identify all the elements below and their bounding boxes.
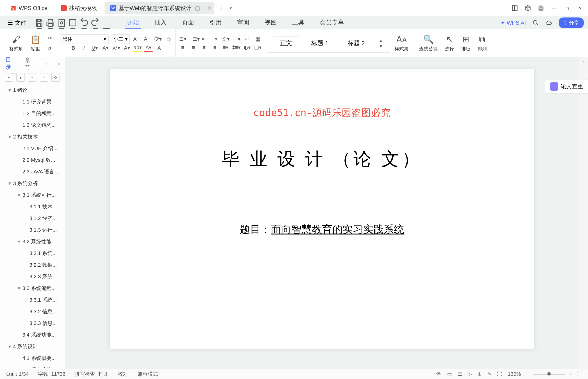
reading-view-icon[interactable]: ▷ — [468, 371, 472, 377]
font-size-select[interactable]: 小二▾ — [111, 34, 130, 44]
zoom-track[interactable] — [533, 374, 565, 375]
zoom-level[interactable]: 130% — [508, 371, 521, 377]
outline-item[interactable]: ▾ 3 系统分析 — [0, 178, 65, 189]
align-right-icon[interactable]: ≡ — [200, 43, 208, 52]
cloud-icon[interactable] — [546, 20, 552, 26]
outline-item[interactable]: 3.3.2 信息... — [0, 306, 65, 317]
style-heading2[interactable]: 标题 2 — [340, 37, 372, 50]
style-body[interactable]: 正文 — [273, 37, 299, 50]
window-layout-icon[interactable] — [511, 5, 518, 11]
format-painter-button[interactable]: 🖌格式刷 — [7, 33, 26, 53]
outline-item[interactable]: ▾ 2 相关技术 — [0, 131, 65, 143]
remove-icon[interactable]: − — [40, 73, 48, 81]
tab-add-button[interactable]: + — [216, 2, 226, 14]
document-page[interactable]: code51.cn-源码乐园盗图必究 毕 业 设 计 （论 文） 题目：面向智慧… — [110, 69, 534, 349]
maximize-icon[interactable]: ▢ — [564, 5, 570, 11]
panel-close-icon[interactable]: ✕ — [57, 62, 60, 66]
panel-tab-toc[interactable]: 目录 — [5, 54, 17, 73]
select-button[interactable]: ↖选择 — [442, 33, 456, 53]
outline-item[interactable]: 2.3 JAVA 语言 ... — [0, 166, 65, 178]
outline-item[interactable]: 4.1 系统概要... — [0, 352, 65, 364]
clear-format-icon[interactable]: ◇ — [164, 35, 173, 43]
superscript-icon[interactable]: X²▾ — [112, 44, 120, 52]
expand-icon[interactable]: ▴ — [16, 73, 25, 81]
add-icon[interactable]: + — [28, 73, 36, 81]
collapse-icon[interactable]: ▾ — [5, 73, 13, 81]
increase-indent-icon[interactable]: ⇥ — [211, 35, 219, 43]
minimize-icon[interactable]: — — [551, 5, 557, 11]
outline-item[interactable]: 3.2.2 数据... — [0, 259, 65, 271]
shading-icon[interactable]: ◐▾ — [243, 43, 251, 52]
outline-view-icon[interactable]: ☰ — [458, 371, 462, 377]
redo-icon[interactable]: 6 — [91, 18, 100, 28]
align-center-icon[interactable]: ≡ — [189, 43, 198, 52]
print-icon[interactable]: 2 — [46, 18, 55, 28]
panel-tab-chapter[interactable]: 章节 — [24, 55, 36, 73]
outline-item[interactable]: 3.4 系统功能... — [0, 329, 65, 341]
status-spell[interactable]: 拼写检查: 打开 — [75, 371, 108, 378]
copy-icon[interactable]: ⧉ — [46, 44, 54, 53]
outline-item[interactable]: 1.1 研究背景 — [0, 96, 65, 108]
print-preview-icon[interactable]: 3 — [57, 18, 66, 28]
align-left-icon[interactable]: ≡ — [179, 43, 187, 52]
tab-document-active[interactable]: W 基于Web的智慧停车系统设计 ▢ ✕ — [104, 2, 214, 14]
menu-tab-view[interactable]: 视图W — [263, 16, 279, 29]
avatar-icon[interactable] — [538, 5, 544, 11]
column-icon[interactable]: ▦ — [254, 35, 262, 43]
number-list-icon[interactable]: ⋮☰▾ — [189, 35, 198, 43]
line-spacing-icon[interactable]: ‡≡▾ — [232, 43, 241, 52]
menu-tab-start[interactable]: 开始H — [125, 16, 141, 29]
outline-item[interactable]: 3.2.1 系统... — [0, 248, 65, 259]
undo-icon[interactable]: 5 — [79, 18, 89, 28]
share-button[interactable]: ⇪分享 — [559, 17, 584, 28]
outline-item[interactable]: 3.2.3 系统... — [0, 271, 65, 283]
file-menu[interactable]: ☰ 文件 F — [4, 18, 30, 28]
style-scroll-down-icon[interactable]: ▾ — [377, 44, 385, 48]
cube-icon[interactable] — [524, 5, 531, 11]
strikethrough-icon[interactable]: A▾ — [101, 44, 110, 52]
zoom-out-icon[interactable]: − — [526, 371, 529, 377]
eye-icon[interactable]: 👁 — [436, 371, 441, 377]
arrange-button[interactable]: ⊞排版 — [459, 33, 473, 53]
underline-icon[interactable]: U▾ — [91, 44, 99, 52]
align-justify-icon[interactable]: ≡ — [211, 43, 219, 52]
tab-popout-icon[interactable]: ▢ — [195, 5, 200, 11]
thesis-review-button[interactable]: 论文查重 — [545, 79, 588, 94]
fullscreen-icon[interactable]: ⛶ — [577, 371, 582, 377]
chevron-right-icon[interactable]: › — [43, 60, 51, 68]
status-proof[interactable]: 校对 — [118, 371, 128, 378]
menu-tab-review[interactable]: 审阅R — [235, 16, 251, 29]
search-icon[interactable] — [533, 20, 539, 26]
outline-item[interactable]: 3.3.1 系统... — [0, 294, 65, 306]
menu-tab-tool[interactable]: 工具L — [290, 16, 306, 29]
bold-icon[interactable]: B — [69, 44, 77, 52]
outline-item[interactable]: 3.1.3 运行... — [0, 224, 65, 236]
tab-template[interactable]: 找稻壳模板 — [55, 2, 103, 14]
align-distribute-icon[interactable]: ≡▾ — [221, 43, 230, 52]
status-page[interactable]: 页面: 1/34 — [6, 371, 29, 378]
outline-item[interactable]: ▾ 3.1 系统可行... — [0, 189, 65, 201]
wps-ai-button[interactable]: ✦WPS AI — [501, 20, 526, 26]
find-replace-button[interactable]: 🔍查找替换 — [417, 33, 440, 53]
pen-icon[interactable]: ✎ — [487, 371, 491, 377]
outline-item[interactable]: ▾ 3.2 系统性能... — [0, 236, 65, 248]
close-icon[interactable]: ✕ — [577, 5, 583, 11]
refresh-icon[interactable]: ⟳ — [51, 73, 60, 81]
tab-more-button[interactable]: ▾ — [226, 4, 235, 13]
preview-icon[interactable]: 4 — [68, 18, 77, 28]
border-icon[interactable]: ▢▾ — [254, 43, 262, 52]
zoom-in-icon[interactable]: + — [569, 371, 572, 377]
outline-item[interactable]: ▾ 3.3 系统流程... — [0, 283, 65, 294]
decrease-font-icon[interactable]: A⁻ — [143, 35, 151, 43]
italic-icon[interactable]: I — [80, 44, 88, 52]
fit-icon[interactable]: ⛶ — [497, 371, 502, 377]
align-button[interactable]: ⧉排列 — [475, 33, 489, 53]
font-family-select[interactable]: 黑体▾ — [60, 34, 109, 44]
tab-close-icon[interactable]: ✕ — [207, 5, 212, 11]
web-view-icon[interactable]: ⊕ — [477, 371, 482, 377]
tab-wps-home[interactable]: WPS Office — [5, 2, 53, 14]
outline-item[interactable]: 1.3 论文结构... — [0, 119, 65, 131]
save-icon[interactable]: 1 — [34, 18, 44, 28]
text-effect-icon[interactable]: A▾ — [123, 44, 131, 52]
outline-item[interactable]: 3.1.2 经济... — [0, 213, 65, 224]
